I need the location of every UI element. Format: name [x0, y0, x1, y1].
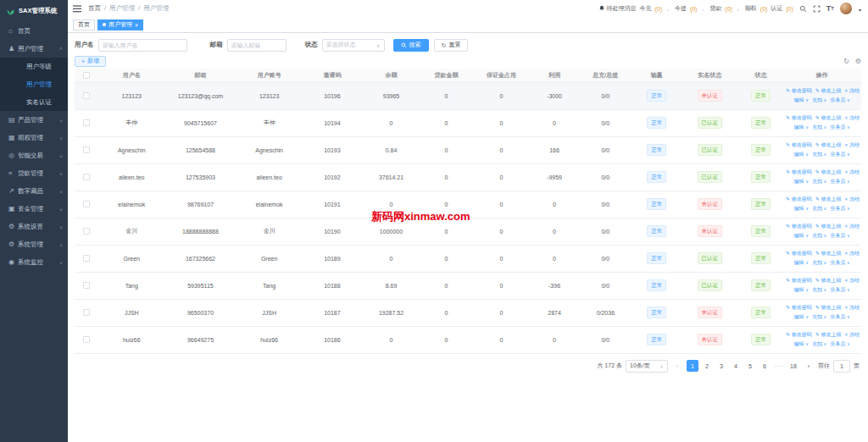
- action-link[interactable]: ✎ 修改上级: [815, 115, 842, 120]
- breadcrumb-item[interactable]: 首页: [88, 4, 101, 13]
- action-dropdown-link[interactable]: 编辑 ∨: [794, 179, 809, 184]
- row-checkbox[interactable]: [83, 92, 90, 99]
- action-dropdown-link[interactable]: 业务员 ∨: [830, 152, 849, 157]
- fullscreen-icon[interactable]: [813, 5, 821, 13]
- status-select[interactable]: 请选择状态 ∨: [322, 39, 385, 52]
- sidebar-item-3[interactable]: ▦期权管理∨: [0, 129, 68, 146]
- sidebar-item-0[interactable]: ⌂首页: [0, 22, 68, 40]
- sidebar-subitem-2[interactable]: 实名认证: [0, 93, 68, 111]
- action-link[interactable]: ✎ 修改密码: [786, 224, 812, 229]
- more-pages-icon[interactable]: ···: [773, 360, 785, 372]
- freeze-link[interactable]: × 冻结: [845, 115, 860, 120]
- action-dropdown-link[interactable]: 业务员 ∨: [830, 287, 849, 292]
- action-dropdown-link[interactable]: 充扣 ∨: [812, 152, 826, 157]
- row-checkbox[interactable]: [83, 309, 90, 316]
- action-dropdown-link[interactable]: 业务员 ∨: [830, 206, 849, 211]
- action-dropdown-link[interactable]: 编辑 ∨: [794, 314, 809, 319]
- tab-1[interactable]: 用户管理×: [97, 19, 143, 30]
- freeze-link[interactable]: × 冻结: [845, 251, 860, 256]
- action-dropdown-link[interactable]: 编辑 ∨: [794, 341, 809, 346]
- action-link[interactable]: ✎ 修改密码: [786, 251, 812, 256]
- row-checkbox[interactable]: [83, 146, 90, 153]
- search-button[interactable]: 搜索: [393, 39, 429, 52]
- search-icon[interactable]: [799, 5, 807, 13]
- page-button-5[interactable]: 5: [744, 360, 756, 372]
- action-dropdown-link[interactable]: 充扣 ∨: [812, 206, 826, 211]
- page-button-4[interactable]: 4: [730, 360, 742, 372]
- breadcrumb-item[interactable]: 用户管理: [109, 4, 135, 13]
- sidebar-subitem-1[interactable]: 用户管理: [0, 75, 68, 93]
- breadcrumb-item[interactable]: 用户管理: [143, 4, 169, 13]
- action-dropdown-link[interactable]: 充扣 ∨: [812, 124, 826, 130]
- action-link[interactable]: ✎ 修改上级: [815, 169, 842, 174]
- action-link[interactable]: ✎ 修改上级: [815, 88, 842, 93]
- page-size-select[interactable]: 10条/页 ∨: [626, 360, 668, 373]
- page-button-1[interactable]: 1: [687, 360, 698, 372]
- action-link[interactable]: ✎ 修改密码: [786, 196, 812, 202]
- prev-page-button[interactable]: ‹: [671, 360, 683, 372]
- action-link[interactable]: ✎ 修改上级: [815, 305, 842, 310]
- action-link[interactable]: ✎ 修改上级: [815, 332, 842, 337]
- action-dropdown-link[interactable]: 充扣 ∨: [812, 341, 826, 346]
- sidebar-item-8[interactable]: ⚙系统设置∨: [0, 218, 68, 235]
- row-checkbox[interactable]: [83, 282, 90, 289]
- action-link[interactable]: ✎ 修改密码: [786, 88, 812, 93]
- action-dropdown-link[interactable]: 充扣 ∨: [812, 260, 826, 265]
- action-dropdown-link[interactable]: 充扣 ∨: [812, 179, 826, 184]
- email-input[interactable]: [231, 42, 282, 48]
- action-link[interactable]: ✎ 修改上级: [815, 251, 842, 256]
- freeze-link[interactable]: × 冻结: [845, 224, 860, 229]
- sidebar-item-9[interactable]: ⚙系统管理∨: [0, 235, 68, 253]
- sidebar-item-7[interactable]: ▣资金管理∨: [0, 200, 68, 218]
- action-link[interactable]: ✎ 修改上级: [815, 142, 842, 147]
- add-user-button[interactable]: + 新增: [75, 56, 106, 67]
- action-dropdown-link[interactable]: 业务员 ∨: [830, 179, 849, 184]
- close-icon[interactable]: ×: [135, 22, 138, 28]
- action-dropdown-link[interactable]: 充扣 ∨: [812, 97, 826, 102]
- action-link[interactable]: ✎ 修改上级: [815, 196, 842, 202]
- sidebar-item-10[interactable]: ◉系统监控∨: [0, 253, 68, 271]
- action-link[interactable]: ✎ 修改上级: [815, 278, 842, 283]
- action-link[interactable]: ✎ 修改密码: [786, 278, 812, 283]
- row-checkbox[interactable]: [83, 228, 90, 235]
- action-dropdown-link[interactable]: 编辑 ∨: [794, 287, 809, 292]
- collapse-sidebar-icon[interactable]: [73, 5, 81, 13]
- sidebar-item-6[interactable]: ↗数字藏品∨: [0, 182, 68, 200]
- action-dropdown-link[interactable]: 编辑 ∨: [794, 206, 809, 211]
- action-link[interactable]: ✎ 修改密码: [786, 169, 812, 174]
- sidebar-item-2[interactable]: ▤产品管理∨: [0, 111, 68, 129]
- refresh-table-icon[interactable]: ↻: [843, 58, 849, 65]
- freeze-link[interactable]: × 冻结: [845, 332, 860, 337]
- page-button-18[interactable]: 18: [787, 360, 799, 372]
- row-checkbox[interactable]: [83, 201, 90, 207]
- action-dropdown-link[interactable]: 业务员 ∨: [830, 341, 849, 346]
- font-size-icon[interactable]: TT: [826, 5, 834, 13]
- action-link[interactable]: ✎ 修改上级: [815, 224, 842, 229]
- freeze-link[interactable]: × 冻结: [845, 196, 860, 202]
- row-checkbox[interactable]: [83, 255, 90, 262]
- page-button-3[interactable]: 3: [715, 360, 727, 372]
- action-dropdown-link[interactable]: 业务员 ∨: [830, 124, 849, 130]
- action-link[interactable]: ✎ 修改密码: [786, 142, 812, 147]
- row-checkbox[interactable]: [83, 174, 90, 180]
- next-page-button[interactable]: ›: [803, 360, 815, 372]
- select-all-checkbox[interactable]: [83, 72, 90, 79]
- column-settings-icon[interactable]: ⚙: [855, 58, 861, 65]
- action-link[interactable]: ✎ 修改密码: [786, 332, 812, 337]
- action-dropdown-link[interactable]: 充扣 ∨: [812, 233, 826, 238]
- freeze-link[interactable]: × 冻结: [845, 169, 860, 174]
- row-checkbox[interactable]: [83, 336, 90, 343]
- freeze-link[interactable]: × 冻结: [845, 305, 860, 310]
- action-link[interactable]: ✎ 修改密码: [786, 115, 812, 120]
- action-dropdown-link[interactable]: 充扣 ∨: [812, 287, 826, 292]
- tab-0[interactable]: 首页: [73, 19, 95, 30]
- sidebar-subitem-0[interactable]: 用户等级: [0, 58, 68, 75]
- avatar[interactable]: [840, 3, 852, 14]
- action-dropdown-link[interactable]: 编辑 ∨: [794, 152, 809, 157]
- username-input[interactable]: [103, 42, 183, 48]
- freeze-link[interactable]: × 冻结: [845, 278, 860, 283]
- action-dropdown-link[interactable]: 业务员 ∨: [830, 233, 849, 238]
- action-dropdown-link[interactable]: 业务员 ∨: [830, 314, 849, 319]
- action-link[interactable]: ✎ 修改密码: [786, 305, 812, 310]
- page-button-2[interactable]: 2: [701, 360, 713, 372]
